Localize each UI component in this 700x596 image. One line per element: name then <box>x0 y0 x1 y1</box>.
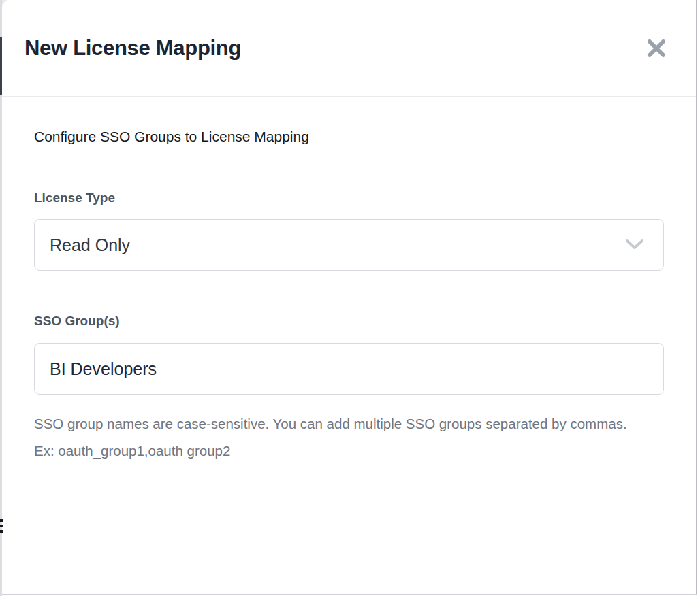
sso-groups-input[interactable] <box>34 343 664 395</box>
close-button[interactable] <box>643 35 670 62</box>
license-type-label: License Type <box>34 191 664 205</box>
new-license-mapping-dialog: New License Mapping Configure SSO Groups… <box>2 0 697 595</box>
dialog-body: Configure SSO Groups to License Mapping … <box>2 97 696 465</box>
license-type-select[interactable]: Read Only <box>34 219 664 271</box>
license-type-selected-value: Read Only <box>50 235 625 255</box>
sso-groups-help-text: SSO group names are case-sensitive. You … <box>34 410 628 465</box>
close-icon <box>646 37 667 59</box>
dialog-title: New License Mapping <box>25 36 241 61</box>
background-list-icon <box>0 519 3 535</box>
chevron-down-icon <box>625 239 644 251</box>
dialog-header: New License Mapping <box>2 0 696 97</box>
sso-groups-label: SSO Group(s) <box>34 314 664 329</box>
dialog-description: Configure SSO Groups to License Mapping <box>34 128 664 146</box>
